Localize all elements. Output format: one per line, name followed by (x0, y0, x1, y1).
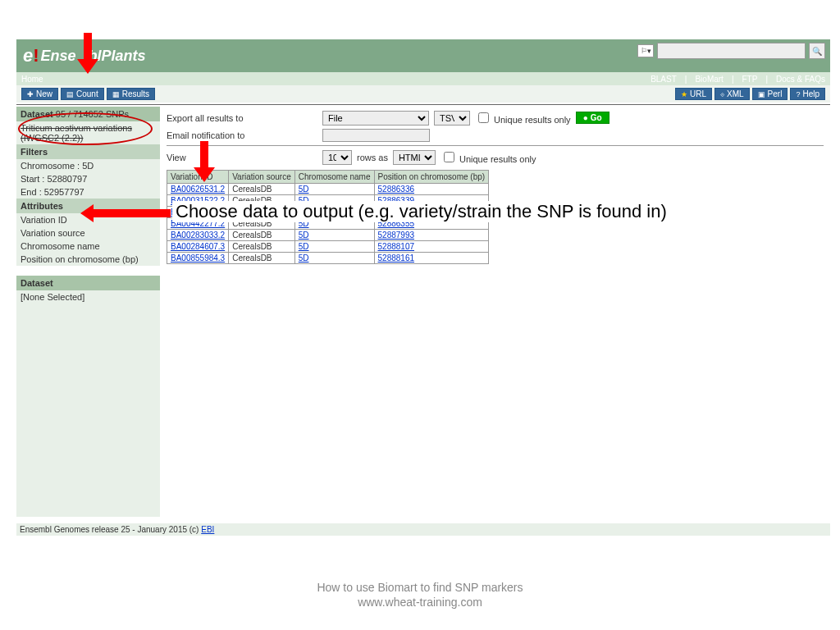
position-link[interactable]: 52887993 (378, 231, 415, 240)
plus-icon: ✚ (27, 90, 34, 98)
export-target-select[interactable]: File (322, 111, 429, 126)
chromosome-link[interactable]: 5D (299, 253, 309, 262)
rows-as-label: rows as (357, 153, 388, 162)
view-format-select[interactable]: HTML (393, 150, 436, 165)
url-button[interactable]: ★URL (675, 88, 712, 100)
position-link[interactable]: 52888161 (378, 253, 415, 262)
annotation-arrow-count (77, 33, 97, 74)
xml-icon: ⟐ (720, 90, 724, 98)
sidebar-dataset2-head[interactable]: Dataset (16, 276, 160, 290)
sidebar-dataset2-val[interactable]: [None Selected] (16, 290, 160, 304)
footer-ebi-link[interactable]: EBI (201, 525, 214, 534)
cell-source: CerealsDB (229, 230, 295, 241)
nav-ftp[interactable]: FTP (742, 75, 757, 84)
variation-id-link[interactable]: BA00855984.3 (171, 253, 225, 262)
annotation-arrow-email (194, 141, 213, 182)
search-button[interactable]: 🔍 (809, 43, 825, 59)
results-icon: ▦ (112, 90, 120, 98)
sidebar-attr-varsrc[interactable]: Variation source (16, 226, 160, 240)
help-button[interactable]: ?Help (790, 88, 825, 100)
count-button[interactable]: ▤Count (61, 88, 104, 100)
col-position: Position on chromosome (bp) (374, 171, 489, 184)
results-button[interactable]: ▦Results (107, 88, 155, 100)
view-unique-label[interactable]: Unique results only (441, 149, 536, 165)
star-icon: ★ (681, 90, 687, 98)
chromosome-link[interactable]: 5D (299, 231, 309, 240)
cell-source: CerealsDB (229, 241, 295, 253)
go-button[interactable]: ●Go (576, 112, 609, 124)
chromosome-link[interactable]: 5D (299, 242, 309, 251)
view-label: View (167, 153, 322, 162)
new-button[interactable]: ✚New (21, 88, 58, 100)
cell-source: CerealsDB (229, 184, 295, 195)
table-row: BA00283033.2CerealsDB5D52887993 (167, 230, 489, 241)
search-input[interactable] (657, 43, 806, 59)
nav-bar: Home BLAST| BioMart| FTP| Docs & FAQs (16, 72, 830, 85)
annotation-arrow-attributes (80, 204, 171, 221)
export-label: Export all results to (167, 113, 322, 123)
variation-id-link[interactable]: BA00284607.3 (171, 242, 225, 251)
col-variation-source: Variation source (229, 171, 295, 184)
view-rows-select[interactable]: 10 (322, 150, 352, 165)
nav-home[interactable]: Home (21, 75, 43, 84)
email-input[interactable] (322, 129, 430, 142)
sidebar-attr-pos[interactable]: Position on chromosome (bp) (16, 253, 160, 266)
col-chromosome-name: Chromosome name (294, 171, 374, 184)
toolbar: ✚New ▤Count ▦Results ★URL ⟐XML ▣Perl ?He… (16, 85, 830, 103)
language-selector[interactable]: ⚐▾ (637, 44, 654, 57)
nav-docs[interactable]: Docs & FAQs (776, 75, 825, 84)
annotation-text: Choose data to output (e.g. variety/stra… (172, 201, 712, 222)
chromosome-link[interactable]: 5D (299, 185, 309, 194)
sidebar-filter-start[interactable]: Start : 52880797 (16, 172, 160, 185)
table-row: BA00626531.2CerealsDB5D52886336 (167, 184, 489, 195)
footer: Ensembl Genomes release 25 - January 201… (16, 523, 830, 536)
go-icon: ● (583, 113, 588, 122)
annotation-oval-dataset (18, 112, 153, 145)
view-unique-checkbox[interactable] (444, 152, 454, 162)
perl-button[interactable]: ▣Perl (752, 88, 788, 100)
export-format-select[interactable]: TSV (434, 111, 470, 126)
variation-id-link[interactable]: BA00626531.2 (171, 185, 225, 194)
nav-biomart[interactable]: BioMart (695, 75, 723, 84)
table-row: BA00855984.3CerealsDB5D52888161 (167, 253, 489, 264)
sidebar-filters-head[interactable]: Filters (16, 144, 160, 159)
sidebar-filter-end[interactable]: End : 52957797 (16, 185, 160, 199)
sidebar-attr-chrname[interactable]: Chromosome name (16, 240, 160, 253)
list-icon: ▤ (66, 90, 74, 98)
nav-blast[interactable]: BLAST (651, 75, 677, 84)
export-unique-label[interactable]: Unique results only (475, 110, 571, 126)
perl-icon: ▣ (758, 90, 765, 98)
slide-footer: How to use Biomart to find SNP markers w… (0, 580, 840, 609)
cell-source: CerealsDB (229, 253, 295, 264)
xml-button[interactable]: ⟐XML (714, 88, 750, 100)
sidebar: Dataset 95 / 714652 SNPs Triticum aestiv… (16, 107, 160, 517)
main-panel: Export all results to File TSV Unique re… (160, 107, 830, 517)
app-header: e!Ense blPlants ⚐▾ 🔍 (16, 39, 830, 72)
variation-id-link[interactable]: BA00283033.2 (171, 231, 225, 240)
export-unique-checkbox[interactable] (478, 112, 489, 123)
position-link[interactable]: 52888107 (378, 242, 415, 251)
help-icon: ? (796, 90, 800, 98)
email-label: Email notification to (167, 130, 322, 140)
sidebar-filter-chr[interactable]: Chromosome : 5D (16, 159, 160, 172)
table-row: BA00284607.3CerealsDB5D52888107 (167, 241, 489, 253)
position-link[interactable]: 52886336 (378, 185, 415, 194)
